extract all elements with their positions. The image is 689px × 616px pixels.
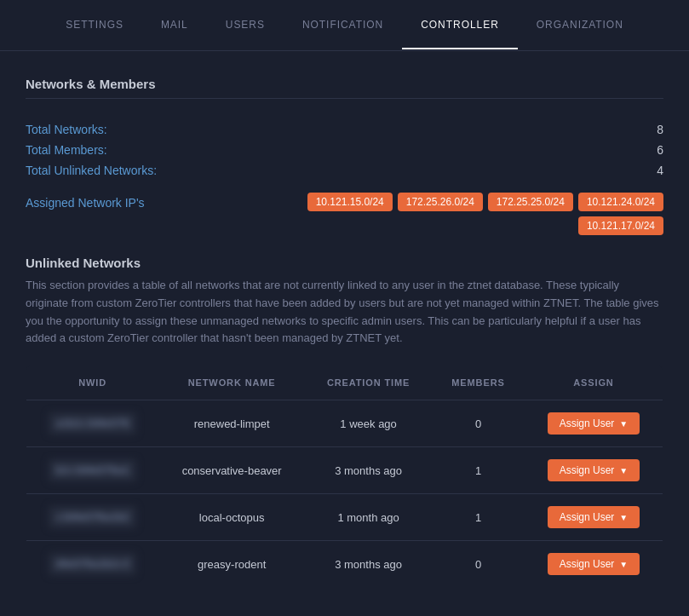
stats-container: Total Networks: 8 Total Members: 6 Total… [26,119,663,181]
col-network-name: NETWORK NAME [158,366,305,400]
tab-settings[interactable]: SETTINGS [47,2,142,49]
dropdown-arrow-2: ▼ [619,513,628,522]
creation-time-3: 3 months ago [305,541,432,588]
table-row: a1b2c3d4e5f6 renewed-limpet 1 week ago 0… [26,400,663,447]
stat-row-total-unlinked: Total Unlinked Networks: 4 [26,160,663,181]
col-creation-time: CREATION TIME [305,366,432,400]
section-title: Networks & Members [26,77,663,91]
col-members: MEMBERS [432,366,525,400]
members-2: 1 [432,494,525,541]
assigned-ips-row: Assigned Network IP's 10.121.15.0/24 172… [26,187,663,239]
unlinked-description: This section provides a table of all net… [26,277,663,348]
tab-controller[interactable]: CONTROLLER [402,2,518,49]
total-networks-label: Total Networks: [26,123,107,136]
assign-user-button-1[interactable]: Assign User ▼ [548,459,640,481]
unlinked-section: Unlinked Networks This section provides … [26,256,663,588]
col-assign: ASSIGN [525,366,663,400]
creation-time-1: 3 months ago [305,447,432,494]
assign-user-button-3[interactable]: Assign User ▼ [548,553,640,575]
table-row: c3d4e5f6a1b2 local-octopus 1 month ago 1… [26,494,663,541]
total-unlinked-label: Total Unlinked Networks: [26,164,157,177]
stat-row-total-networks: Total Networks: 8 [26,119,663,140]
network-name-0: renewed-limpet [158,400,305,447]
members-0: 0 [432,400,525,447]
total-members-label: Total Members: [26,143,107,157]
table-row: b2c3d4e5f6a1 conservative-beaver 3 month… [26,447,663,494]
dropdown-arrow-0: ▼ [619,419,628,429]
network-name-3: greasy-rodent [158,541,305,588]
total-unlinked-value: 4 [657,164,663,177]
ip-badge-3: 10.121.24.0/24 [578,193,663,211]
nwid-cell-3: d4e5f6a1b2c3 [26,541,159,588]
assign-cell-1: Assign User ▼ [525,447,663,494]
members-3: 0 [432,541,525,588]
tab-notification[interactable]: NOTIFICATION [284,2,402,49]
table-row: d4e5f6a1b2c3 greasy-rodent 3 months ago … [26,541,663,588]
network-name-2: local-octopus [158,494,305,541]
top-navigation: SETTINGS MAIL USERS NOTIFICATION CONTROL… [0,0,689,51]
ip-badge-2: 172.25.25.0/24 [488,193,573,211]
main-content: Networks & Members Total Networks: 8 Tot… [0,51,689,616]
ip-badges-container: 10.121.15.0/24 172.25.26.0/24 172.25.25.… [306,193,663,235]
nwid-cell-0: a1b2c3d4e5f6 [26,400,159,447]
table-body: a1b2c3d4e5f6 renewed-limpet 1 week ago 0… [26,400,663,588]
tab-users[interactable]: USERS [207,2,284,49]
assign-cell-2: Assign User ▼ [525,494,663,541]
table-header: NWID NETWORK NAME CREATION TIME MEMBERS … [26,366,663,400]
tab-mail[interactable]: MAIL [142,2,207,49]
networks-table: NWID NETWORK NAME CREATION TIME MEMBERS … [26,365,663,588]
nwid-cell-2: c3d4e5f6a1b2 [26,494,159,541]
stat-row-total-members: Total Members: 6 [26,140,663,160]
ip-badge-4: 10.121.17.0/24 [578,216,663,235]
members-1: 1 [432,447,525,494]
total-members-value: 6 [657,143,663,157]
assigned-ips-label: Assigned Network IP's [26,193,145,210]
ip-badge-0: 10.121.15.0/24 [307,193,393,211]
total-networks-value: 8 [657,123,663,136]
table-header-row: NWID NETWORK NAME CREATION TIME MEMBERS … [26,366,663,400]
tab-organization[interactable]: ORGANIZATION [518,2,642,49]
assign-user-button-2[interactable]: Assign User ▼ [548,506,640,528]
creation-time-0: 1 week ago [305,400,432,447]
assign-cell-0: Assign User ▼ [525,400,663,447]
assign-user-button-0[interactable]: Assign User ▼ [548,412,640,435]
dropdown-arrow-1: ▼ [619,466,628,475]
assign-cell-3: Assign User ▼ [525,541,663,588]
unlinked-title: Unlinked Networks [26,256,663,270]
dropdown-arrow-3: ▼ [619,560,628,569]
ip-badge-1: 172.25.26.0/24 [398,193,483,211]
creation-time-2: 1 month ago [305,494,432,541]
col-nwid: NWID [26,366,159,400]
network-name-1: conservative-beaver [158,447,305,494]
section-divider [26,98,663,99]
nwid-cell-1: b2c3d4e5f6a1 [26,447,159,494]
